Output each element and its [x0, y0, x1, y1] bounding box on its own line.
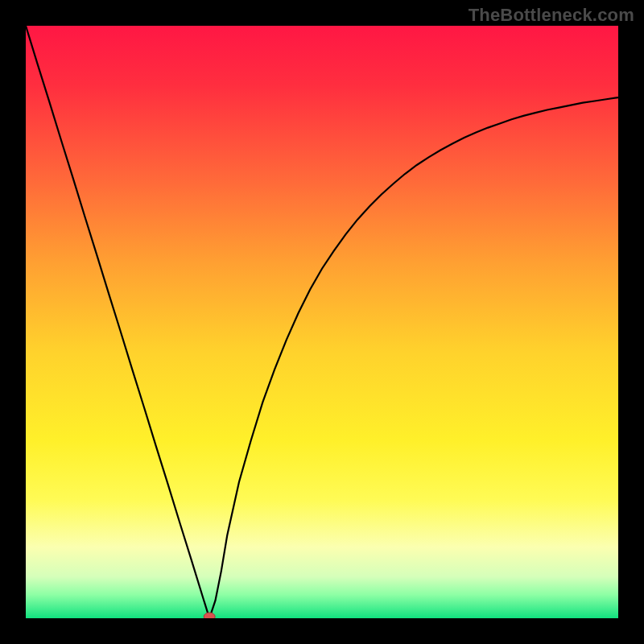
optimal-marker [204, 613, 215, 618]
chart-svg [26, 26, 618, 618]
watermark-label: TheBottleneck.com [469, 5, 634, 26]
chart-frame: TheBottleneck.com [0, 0, 644, 644]
plot-area [26, 26, 618, 618]
